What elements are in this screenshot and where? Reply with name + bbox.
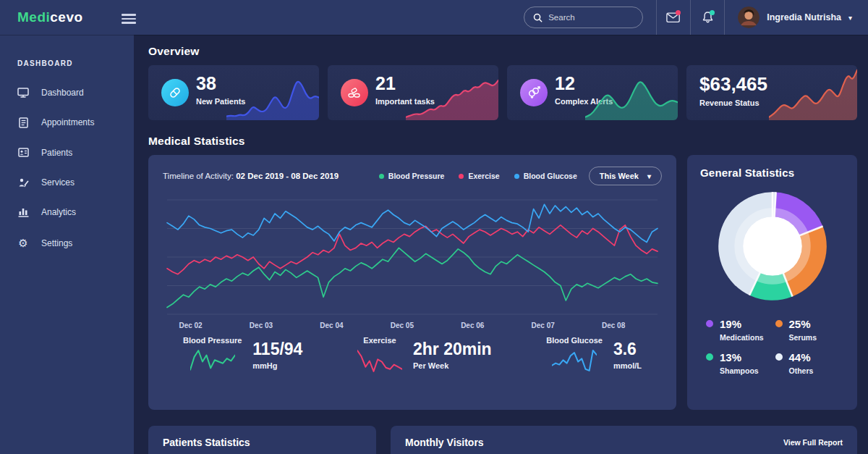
monthly-visitors-title: Monthly Visitors xyxy=(405,437,484,448)
app-logo[interactable]: Medicevo xyxy=(17,9,83,25)
svg-text:Dec 06: Dec 06 xyxy=(461,321,485,329)
vital-unit: mmol/L xyxy=(613,361,642,370)
stat-card-revenue: $63,465 Revenue Status xyxy=(686,65,857,120)
general-statistics-card: General Statistics 19% Medications 25% S… xyxy=(687,155,857,410)
donut-legend-medications: 19% Medications xyxy=(706,318,775,342)
pill-icon xyxy=(161,79,189,106)
svg-text:Dec 02: Dec 02 xyxy=(179,321,203,329)
stat-value: $63,465 xyxy=(699,73,767,96)
notifications-button[interactable] xyxy=(691,0,724,35)
view-full-report-link[interactable]: View Full Report xyxy=(783,437,843,447)
legend-dot xyxy=(379,174,384,179)
menu-toggle-icon[interactable] xyxy=(122,12,137,26)
legend-dot xyxy=(514,174,519,179)
sidebar-item-settings[interactable]: ⚙ Settings xyxy=(0,227,134,259)
search-box[interactable] xyxy=(524,7,643,28)
sparkline-chart xyxy=(769,67,857,120)
vital-sparkline xyxy=(552,348,597,374)
svg-text:Dec 03: Dec 03 xyxy=(250,321,273,329)
search-icon xyxy=(533,13,542,22)
sparkline-chart xyxy=(406,77,498,120)
settings-gear-icon: ⚙ xyxy=(17,237,29,250)
sidebar-item-label: Settings xyxy=(41,238,72,248)
sidebar-item-appointments[interactable]: Appointments xyxy=(0,107,134,138)
overview-title: Overview xyxy=(148,45,857,58)
stat-card-important-tasks: 21 Important tasks xyxy=(328,65,498,120)
vital-sparkline xyxy=(357,348,402,374)
sidebar-section-title: DASHBOARD xyxy=(17,59,134,67)
vital-value: 3.6 xyxy=(613,340,642,359)
stat-value: 38 xyxy=(196,73,216,94)
gender-icon xyxy=(520,79,548,106)
sidebar-item-analytics[interactable]: Analytics xyxy=(0,197,134,227)
legend-percent: 19% xyxy=(720,318,741,330)
sidebar-item-label: Dashboard xyxy=(41,88,84,98)
medical-statistics-title: Medical Statistics xyxy=(148,135,857,148)
vital-label: Blood Pressure xyxy=(183,336,242,345)
bottom-row: Patients Statistics Monthly Visitors Vie… xyxy=(148,426,857,454)
legend-dot xyxy=(459,174,464,179)
svg-text:Dec 05: Dec 05 xyxy=(391,321,414,329)
sparkline-chart xyxy=(585,77,678,120)
sidebar-item-label: Appointments xyxy=(41,117,94,127)
legend-label: Shampoos xyxy=(720,366,759,375)
vital-label: Exercise xyxy=(363,336,396,345)
stat-card-new-patients: 38 New Patients xyxy=(148,65,319,120)
pills-icon xyxy=(341,79,368,106)
vital-blood-pressure: Blood Pressure 115/94 mmHg xyxy=(183,336,302,374)
svg-text:Dec 08: Dec 08 xyxy=(602,321,626,329)
chart-legend: Blood Pressure Exercise Blood Glucose xyxy=(379,172,577,180)
user-menu[interactable]: Ingredia Nutrisha ▾ xyxy=(725,0,868,35)
chevron-down-icon: ▾ xyxy=(647,172,651,180)
user-name: Ingredia Nutrisha xyxy=(767,12,841,22)
svg-text:Dec 04: Dec 04 xyxy=(320,321,344,329)
patients-statistics-title: Patients Statistics xyxy=(163,437,362,448)
donut-legend-shampoos: 13% Shampoos xyxy=(706,351,775,375)
legend-label: Others xyxy=(789,366,814,375)
dashboard-icon xyxy=(17,88,29,98)
vital-blood-glucose: Blood Glucose 3.6 mmol/L xyxy=(546,336,642,374)
main-content: Overview 38 New Patients 21 Important ta… xyxy=(134,35,868,454)
bell-badge xyxy=(710,10,715,15)
monthly-visitors-card: Monthly Visitors View Full Report xyxy=(391,426,857,454)
navbar-right: Ingredia Nutrisha ▾ xyxy=(524,0,868,35)
ring-icon xyxy=(775,353,783,361)
sidebar-item-label: Services xyxy=(41,177,75,188)
general-statistics-title: General Statistics xyxy=(700,167,844,179)
logo-accent: Medi xyxy=(17,9,50,25)
sidebar-item-label: Analytics xyxy=(41,207,76,217)
sidebar-item-services[interactable]: Services xyxy=(0,167,134,197)
sparkline-chart xyxy=(226,77,319,120)
period-select[interactable]: This Week ▾ xyxy=(589,167,662,185)
analytics-icon xyxy=(17,207,29,217)
legend-item-blood-glucose[interactable]: Blood Glucose xyxy=(514,172,577,180)
vital-value: 2hr 20min xyxy=(413,340,492,359)
donut-legend: 19% Medications 25% Serums 13% Shampoos … xyxy=(700,318,844,375)
timeline-label: Timeline of Activity: 02 Dec 2019 - 08 D… xyxy=(163,172,339,180)
patients-icon xyxy=(17,148,29,157)
svg-text:Dec 07: Dec 07 xyxy=(532,321,556,329)
vital-value: 115/94 xyxy=(252,340,302,359)
patients-statistics-card: Patients Statistics xyxy=(148,426,376,454)
legend-label: Serums xyxy=(789,333,817,342)
avatar xyxy=(738,7,760,28)
timeline-range: 02 Dec 2019 - 08 Dec 2019 xyxy=(236,172,339,180)
services-icon xyxy=(17,177,29,188)
ring-icon xyxy=(706,320,713,327)
vital-unit: Per Week xyxy=(413,361,492,370)
messages-button[interactable] xyxy=(657,0,690,35)
legend-percent: 13% xyxy=(720,351,741,363)
legend-percent: 44% xyxy=(789,351,811,363)
stat-value: 21 xyxy=(375,73,396,94)
search-input[interactable] xyxy=(548,13,634,22)
chevron-down-icon: ▾ xyxy=(848,14,852,22)
top-navbar: Medicevo Ingredia Nutris xyxy=(0,0,868,35)
sidebar-item-dashboard[interactable]: Dashboard xyxy=(0,77,134,107)
sidebar-item-label: Patients xyxy=(41,148,72,158)
sidebar-item-patients[interactable]: Patients xyxy=(0,138,134,167)
vital-label: Blood Glucose xyxy=(546,336,603,345)
stat-label: Revenue Status xyxy=(699,98,760,107)
legend-item-exercise[interactable]: Exercise xyxy=(459,172,499,180)
legend-item-blood-pressure[interactable]: Blood Pressure xyxy=(379,172,445,180)
donut-legend-serums: 25% Serums xyxy=(775,318,845,342)
